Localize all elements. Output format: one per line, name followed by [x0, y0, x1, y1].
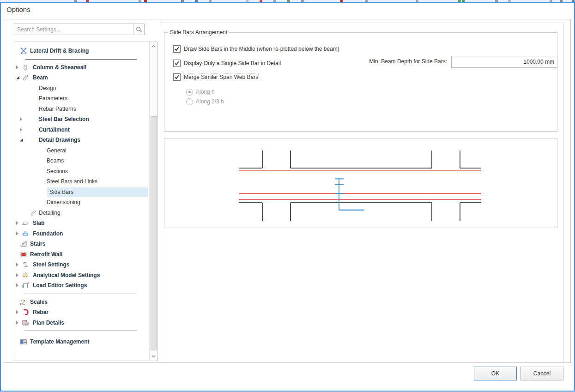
checkbox-row-merge-similar-span-web-bars[interactable]: Merge Similar Span Web Bars: [173, 73, 258, 81]
tree-item-beams[interactable]: Beams: [14, 156, 150, 166]
tree-item-stairs[interactable]: Stairs: [14, 239, 150, 249]
slab-icon: [22, 219, 29, 227]
tree-item-label: Rebar Patterns: [39, 106, 76, 112]
radio-label: Along h: [196, 89, 215, 95]
min-beam-depth-label: Min. Beam Depth for Side Bars:: [331, 58, 447, 65]
checkbox-checked-icon[interactable]: [173, 73, 181, 81]
chevron-collapsed-icon[interactable]: [16, 321, 18, 325]
tree-item-label: Beams: [47, 157, 64, 164]
tree-item-design[interactable]: Design: [14, 83, 150, 94]
chevron-collapsed-icon[interactable]: [16, 263, 18, 266]
tree-item-label: Dimensioning: [47, 199, 80, 205]
tree-item-label: Parameters: [39, 95, 67, 102]
scroll-up-icon[interactable]: [150, 43, 157, 50]
checkbox-checked-icon[interactable]: [173, 45, 181, 53]
chevron-expanded-icon[interactable]: [20, 139, 23, 142]
analytical-model-icon: [22, 271, 29, 279]
tree-item-scales[interactable]: Scales: [14, 297, 150, 308]
tree-item-template-management[interactable]: Template Management: [14, 337, 150, 347]
settings-tree-panel: Lateral Drift & BracingColumn & Shearwal…: [14, 42, 158, 361]
tree-item-steel-bar-selection[interactable]: Steel Bar Selection: [14, 114, 150, 125]
side-bars-preview: [164, 139, 557, 228]
tree-item-label: Sections: [47, 168, 68, 175]
retrofit-wall-icon: [20, 251, 27, 258]
tree-item-label: Steel Settings: [33, 261, 69, 268]
foundation-icon: [22, 230, 29, 237]
tree-item-label: Lateral Drift & Bracing: [30, 48, 89, 54]
column-shearwall-icon: [22, 64, 29, 71]
radio-selected-icon: [186, 89, 193, 96]
plan-details-icon: [22, 319, 29, 326]
tree-item-steel-bars-and-links[interactable]: Steel Bars and Links: [14, 176, 150, 187]
tree-separator: [14, 328, 150, 334]
tree-item-retrofit-wall[interactable]: Retrofit Wall: [14, 249, 150, 260]
chevron-collapsed-icon[interactable]: [20, 117, 22, 121]
scroll-down-icon[interactable]: [150, 353, 157, 360]
tree-item-detail-drawings[interactable]: Detail Drawings: [14, 135, 150, 145]
checkbox-label: Display Only a Single Side Bar in Detail: [184, 60, 281, 66]
min-beam-depth-input[interactable]: [452, 56, 557, 67]
tree-item-lateral-drift-bracing[interactable]: Lateral Drift & Bracing: [14, 46, 150, 56]
tree-item-label: Curtailment: [39, 127, 70, 133]
stairs-icon: [20, 240, 27, 247]
tree-item-load-editor-settings[interactable]: Load Editor Settings: [14, 280, 150, 291]
checkbox-row-draw-side-bars-in-the-middle-when-re-plo[interactable]: Draw Side Bars in the Middle (when re-pl…: [173, 45, 339, 53]
tree-item-rebar[interactable]: Rebar: [14, 307, 150, 318]
tree-item-slab[interactable]: Slab: [14, 218, 150, 229]
lateral-drift-bracing-icon: [20, 47, 27, 54]
beam-detail-drawing: [164, 139, 557, 227]
chevron-collapsed-icon[interactable]: [16, 232, 18, 235]
checkbox-label: Draw Side Bars in the Middle (when re-pl…: [184, 46, 339, 52]
settings-main-panel: Side Bars Arrangement Draw Side Bars in …: [160, 23, 563, 363]
tree-item-label: Plan Details: [33, 320, 64, 326]
tree-item-label: Steel Bars and Links: [47, 178, 97, 185]
tree-item-parameters[interactable]: Parameters: [14, 93, 150, 104]
tree-item-label: Foundation: [33, 230, 63, 237]
chevron-collapsed-icon[interactable]: [20, 128, 22, 132]
tree-item-plan-details[interactable]: Plan Details: [14, 318, 150, 328]
tree-scrollbar[interactable]: [149, 42, 157, 361]
chevron-collapsed-icon[interactable]: [16, 66, 18, 69]
tree-item-label: Side Bars: [47, 187, 148, 197]
dialog-title: Options: [6, 6, 30, 13]
tree-item-label: Rebar: [33, 309, 48, 315]
cancel-button[interactable]: Cancel: [521, 367, 563, 380]
tree-item-general[interactable]: General: [14, 145, 150, 156]
tree-item-column-shearwall[interactable]: Column & Shearwall: [14, 62, 150, 73]
tree-item-label: Detail Drawings: [39, 137, 80, 143]
tree-item-side-bars[interactable]: Side Bars: [14, 187, 150, 198]
tree-item-sections[interactable]: Sections: [14, 166, 150, 177]
checkbox-checked-icon[interactable]: [173, 60, 181, 67]
tree-item-detailing[interactable]: Detailing: [14, 208, 150, 218]
side-bars-arrangement-group: Side Bars Arrangement Draw Side Bars in …: [164, 32, 557, 132]
chevron-collapsed-icon[interactable]: [16, 283, 18, 287]
tree-item-label: Stairs: [30, 241, 45, 247]
chevron-collapsed-icon[interactable]: [16, 310, 18, 314]
tree-item-foundation[interactable]: Foundation: [14, 229, 150, 239]
steel-settings-icon: [22, 261, 29, 268]
ok-button[interactable]: OK: [474, 367, 517, 380]
scales-icon: [20, 298, 27, 306]
tree-separator: [14, 291, 150, 297]
tree-item-rebar-patterns[interactable]: Rebar Patterns: [14, 104, 150, 115]
search-button[interactable]: [133, 24, 144, 35]
detailing-icon: [30, 209, 37, 217]
tree-item-label: Beam: [33, 74, 48, 81]
checkbox-row-display-only-a-single-side-bar-in-detail[interactable]: Display Only a Single Side Bar in Detail: [173, 60, 281, 67]
tree-item-label: Retrofit Wall: [30, 251, 62, 258]
magnifier-icon: [135, 26, 143, 33]
tree-item-beam[interactable]: Beam: [14, 72, 150, 83]
tree-item-steel-settings[interactable]: Steel Settings: [14, 259, 150, 270]
group-title: Side Bars Arrangement: [168, 29, 229, 36]
tree-item-dimensioning[interactable]: Dimensioning: [14, 197, 150, 208]
search-input[interactable]: [14, 24, 133, 35]
chevron-collapsed-icon[interactable]: [16, 273, 18, 277]
tree-item-analytical-model-settings[interactable]: Analytical Model Settings: [14, 270, 150, 281]
tree-item-label: General: [47, 147, 67, 154]
tree-item-curtailment[interactable]: Curtailment: [14, 125, 150, 135]
chevron-expanded-icon[interactable]: [16, 76, 19, 79]
tree-item-label: Steel Bar Selection: [39, 116, 89, 122]
chevron-collapsed-icon[interactable]: [16, 221, 18, 225]
scrollbar-thumb[interactable]: [151, 116, 157, 350]
radio-icon: [186, 98, 193, 105]
